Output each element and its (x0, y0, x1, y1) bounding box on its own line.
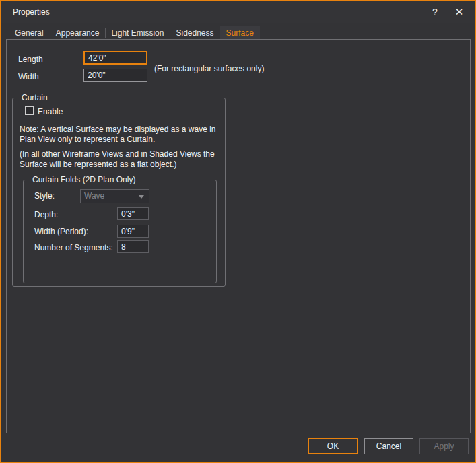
tab-general[interactable]: General (9, 26, 50, 40)
number-of-segments-label: Number of Segments: (34, 243, 113, 252)
width-input[interactable] (83, 69, 147, 82)
width-label: Width (18, 72, 39, 81)
length-label: Length (18, 55, 43, 64)
curtain-note-1: Note: A vertical Surface may be displaye… (20, 124, 224, 145)
number-of-segments-input (117, 240, 149, 253)
length-input[interactable] (83, 51, 147, 65)
depth-input (117, 207, 149, 220)
style-dropdown-value: Wave (84, 191, 104, 201)
ok-button[interactable]: OK (308, 438, 358, 454)
cancel-button[interactable]: Cancel (364, 438, 413, 454)
style-label: Style: (34, 191, 55, 201)
enable-checkbox-label[interactable]: Enable (38, 107, 63, 116)
tab-strip: General Appearance Light Emission Sidedn… (9, 26, 260, 40)
tab-light-emission[interactable]: Light Emission (105, 26, 170, 40)
window-title: Properties (13, 1, 50, 23)
title-bar[interactable]: Properties ? ✕ (1, 1, 475, 23)
tab-surface[interactable]: Surface (220, 26, 260, 40)
chevron-down-icon (139, 195, 144, 199)
apply-button: Apply (419, 438, 469, 454)
enable-checkbox[interactable] (25, 106, 34, 115)
depth-label: Depth: (34, 210, 58, 219)
curtain-group-title: Curtain (18, 94, 51, 102)
tab-sidedness[interactable]: Sidedness (170, 26, 219, 40)
properties-dialog: Properties ? ✕ General Appearance Light … (0, 0, 476, 463)
rectangular-note: (For rectangular surfaces only) (154, 64, 264, 73)
curtain-note-2: (In all other Wireframe Views and in Sha… (20, 149, 224, 170)
help-icon[interactable]: ? (425, 1, 445, 23)
tab-appearance[interactable]: Appearance (50, 26, 106, 40)
close-icon[interactable]: ✕ (449, 1, 469, 23)
style-dropdown[interactable]: Wave (80, 189, 149, 203)
width-period-input (117, 225, 149, 238)
curtain-folds-group-title: Curtain Folds (2D Plan Only) (29, 176, 139, 184)
width-period-label: Width (Period): (34, 227, 88, 236)
